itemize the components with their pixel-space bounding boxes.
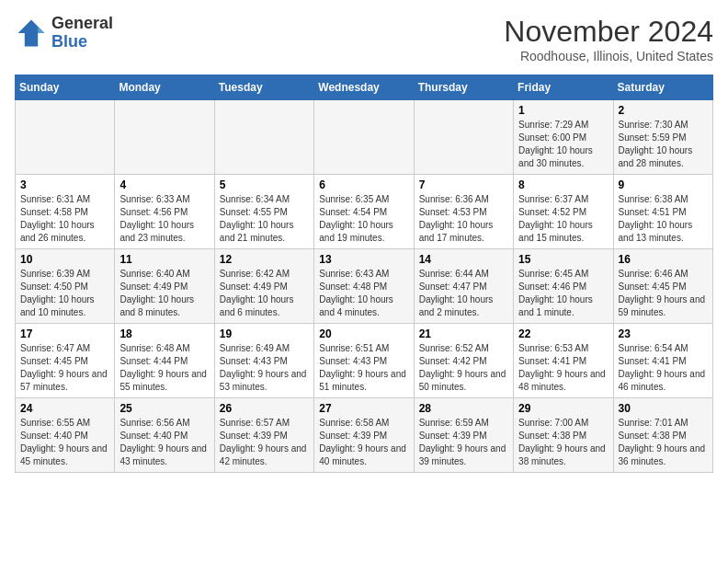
- day-number: 3: [20, 178, 109, 191]
- day-detail: Sunrise: 6:37 AM Sunset: 4:52 PM Dayligh…: [518, 193, 608, 245]
- day-cell: 27Sunrise: 6:58 AM Sunset: 4:39 PM Dayli…: [314, 398, 414, 473]
- day-cell: 22Sunrise: 6:53 AM Sunset: 4:41 PM Dayli…: [514, 324, 613, 398]
- day-cell: 29Sunrise: 7:00 AM Sunset: 4:38 PM Dayli…: [514, 398, 613, 473]
- day-detail: Sunrise: 6:57 AM Sunset: 4:39 PM Dayligh…: [220, 417, 309, 468]
- day-cell: 21Sunrise: 6:52 AM Sunset: 4:42 PM Dayli…: [414, 324, 513, 398]
- day-detail: Sunrise: 6:39 AM Sunset: 4:50 PM Dayligh…: [20, 268, 109, 319]
- day-number: 20: [319, 327, 408, 340]
- day-number: 6: [319, 178, 408, 191]
- day-detail: Sunrise: 6:52 AM Sunset: 4:42 PM Dayligh…: [419, 342, 508, 394]
- calendar-table: SundayMondayTuesdayWednesdayThursdayFrid…: [15, 75, 713, 473]
- day-number: 22: [518, 327, 608, 340]
- day-number: 4: [119, 178, 209, 191]
- day-cell: 26Sunrise: 6:57 AM Sunset: 4:39 PM Dayli…: [214, 398, 313, 473]
- day-cell: [414, 100, 513, 175]
- day-detail: Sunrise: 7:00 AM Sunset: 4:38 PM Dayligh…: [518, 417, 608, 468]
- day-number: 23: [619, 327, 708, 340]
- day-detail: Sunrise: 6:56 AM Sunset: 4:40 PM Dayligh…: [119, 417, 209, 468]
- day-number: 1: [518, 104, 608, 117]
- location: Roodhouse, Illinois, United States: [504, 49, 713, 63]
- day-number: 12: [220, 253, 309, 266]
- day-detail: Sunrise: 6:51 AM Sunset: 4:43 PM Dayligh…: [319, 342, 408, 394]
- day-detail: Sunrise: 6:55 AM Sunset: 4:40 PM Dayligh…: [20, 417, 109, 468]
- day-number: 17: [20, 327, 109, 340]
- logo: General Blue: [15, 15, 113, 52]
- day-detail: Sunrise: 6:44 AM Sunset: 4:47 PM Dayligh…: [419, 268, 508, 319]
- day-cell: 16Sunrise: 6:46 AM Sunset: 4:45 PM Dayli…: [613, 249, 712, 324]
- day-detail: Sunrise: 6:47 AM Sunset: 4:45 PM Dayligh…: [20, 342, 109, 394]
- day-detail: Sunrise: 6:54 AM Sunset: 4:41 PM Dayligh…: [619, 342, 708, 394]
- day-cell: [314, 100, 414, 175]
- week-row-3: 10Sunrise: 6:39 AM Sunset: 4:50 PM Dayli…: [16, 249, 713, 324]
- day-number: 8: [518, 178, 608, 191]
- day-number: 29: [518, 402, 608, 415]
- day-number: 10: [20, 253, 109, 266]
- day-number: 14: [419, 253, 508, 266]
- day-cell: [115, 100, 214, 175]
- day-number: 15: [518, 253, 608, 266]
- day-header-tuesday: Tuesday: [214, 75, 313, 100]
- day-number: 30: [619, 402, 708, 415]
- day-detail: Sunrise: 6:42 AM Sunset: 4:49 PM Dayligh…: [220, 268, 309, 319]
- day-detail: Sunrise: 6:38 AM Sunset: 4:51 PM Dayligh…: [619, 193, 708, 245]
- logo-icon: [15, 17, 48, 50]
- week-row-1: 1Sunrise: 7:29 AM Sunset: 6:00 PM Daylig…: [16, 100, 713, 175]
- day-cell: 17Sunrise: 6:47 AM Sunset: 4:45 PM Dayli…: [16, 324, 115, 398]
- day-number: 13: [319, 253, 408, 266]
- day-detail: Sunrise: 6:33 AM Sunset: 4:56 PM Dayligh…: [119, 193, 209, 245]
- day-cell: 9Sunrise: 6:38 AM Sunset: 4:51 PM Daylig…: [613, 175, 712, 249]
- day-cell: 30Sunrise: 7:01 AM Sunset: 4:38 PM Dayli…: [613, 398, 712, 473]
- day-cell: 4Sunrise: 6:33 AM Sunset: 4:56 PM Daylig…: [115, 175, 214, 249]
- day-header-friday: Friday: [514, 75, 613, 100]
- header: General Blue November 2024 Roodhouse, Il…: [15, 15, 713, 63]
- day-cell: 11Sunrise: 6:40 AM Sunset: 4:49 PM Dayli…: [115, 249, 214, 324]
- day-detail: Sunrise: 6:31 AM Sunset: 4:58 PM Dayligh…: [20, 193, 109, 245]
- day-detail: Sunrise: 7:30 AM Sunset: 5:59 PM Dayligh…: [619, 119, 708, 170]
- day-number: 2: [619, 104, 708, 117]
- week-row-5: 24Sunrise: 6:55 AM Sunset: 4:40 PM Dayli…: [16, 398, 713, 473]
- day-detail: Sunrise: 6:58 AM Sunset: 4:39 PM Dayligh…: [319, 417, 408, 468]
- day-detail: Sunrise: 6:59 AM Sunset: 4:39 PM Dayligh…: [419, 417, 508, 468]
- day-cell: 13Sunrise: 6:43 AM Sunset: 4:48 PM Dayli…: [314, 249, 414, 324]
- day-cell: 6Sunrise: 6:35 AM Sunset: 4:54 PM Daylig…: [314, 175, 414, 249]
- day-number: 7: [419, 178, 508, 191]
- day-header-thursday: Thursday: [414, 75, 513, 100]
- day-detail: Sunrise: 6:40 AM Sunset: 4:49 PM Dayligh…: [119, 268, 209, 319]
- day-detail: Sunrise: 6:43 AM Sunset: 4:48 PM Dayligh…: [319, 268, 408, 319]
- day-number: 21: [419, 327, 508, 340]
- day-cell: 19Sunrise: 6:49 AM Sunset: 4:43 PM Dayli…: [214, 324, 313, 398]
- day-number: 16: [619, 253, 708, 266]
- day-detail: Sunrise: 6:53 AM Sunset: 4:41 PM Dayligh…: [518, 342, 608, 394]
- day-detail: Sunrise: 6:49 AM Sunset: 4:43 PM Dayligh…: [220, 342, 309, 394]
- day-cell: 15Sunrise: 6:45 AM Sunset: 4:46 PM Dayli…: [514, 249, 613, 324]
- day-number: 25: [119, 402, 209, 415]
- day-cell: 10Sunrise: 6:39 AM Sunset: 4:50 PM Dayli…: [16, 249, 115, 324]
- day-cell: 18Sunrise: 6:48 AM Sunset: 4:44 PM Dayli…: [115, 324, 214, 398]
- day-cell: 3Sunrise: 6:31 AM Sunset: 4:58 PM Daylig…: [16, 175, 115, 249]
- day-cell: [16, 100, 115, 175]
- day-number: 26: [220, 402, 309, 415]
- week-row-2: 3Sunrise: 6:31 AM Sunset: 4:58 PM Daylig…: [16, 175, 713, 249]
- day-detail: Sunrise: 6:48 AM Sunset: 4:44 PM Dayligh…: [119, 342, 209, 394]
- day-cell: 7Sunrise: 6:36 AM Sunset: 4:53 PM Daylig…: [414, 175, 513, 249]
- day-detail: Sunrise: 6:46 AM Sunset: 4:45 PM Dayligh…: [619, 268, 708, 319]
- day-cell: 24Sunrise: 6:55 AM Sunset: 4:40 PM Dayli…: [16, 398, 115, 473]
- day-header-saturday: Saturday: [613, 75, 712, 100]
- day-detail: Sunrise: 7:01 AM Sunset: 4:38 PM Dayligh…: [619, 417, 708, 468]
- day-cell: 1Sunrise: 7:29 AM Sunset: 6:00 PM Daylig…: [514, 100, 613, 175]
- week-row-4: 17Sunrise: 6:47 AM Sunset: 4:45 PM Dayli…: [16, 324, 713, 398]
- day-number: 28: [419, 402, 508, 415]
- header-row: SundayMondayTuesdayWednesdayThursdayFrid…: [16, 75, 713, 100]
- day-number: 19: [220, 327, 309, 340]
- day-detail: Sunrise: 6:36 AM Sunset: 4:53 PM Dayligh…: [419, 193, 508, 245]
- day-header-sunday: Sunday: [16, 75, 115, 100]
- day-detail: Sunrise: 6:45 AM Sunset: 4:46 PM Dayligh…: [518, 268, 608, 319]
- day-detail: Sunrise: 7:29 AM Sunset: 6:00 PM Dayligh…: [518, 119, 608, 170]
- logo-text: General Blue: [51, 15, 113, 52]
- day-number: 9: [619, 178, 708, 191]
- day-detail: Sunrise: 6:35 AM Sunset: 4:54 PM Dayligh…: [319, 193, 408, 245]
- day-cell: 23Sunrise: 6:54 AM Sunset: 4:41 PM Dayli…: [613, 324, 712, 398]
- day-header-monday: Monday: [115, 75, 214, 100]
- month-title: November 2024: [504, 15, 713, 49]
- day-cell: 14Sunrise: 6:44 AM Sunset: 4:47 PM Dayli…: [414, 249, 513, 324]
